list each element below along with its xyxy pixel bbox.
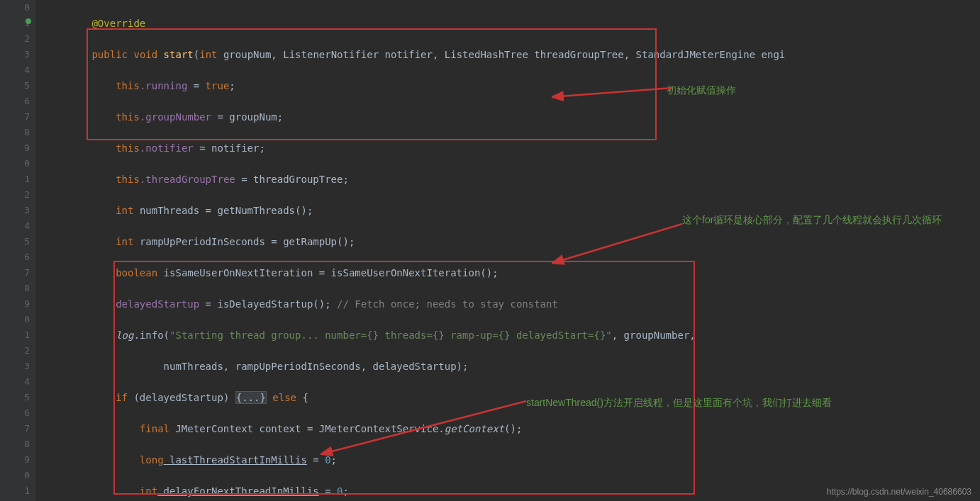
annotation: @Override <box>91 18 145 29</box>
line-number: 6 <box>0 405 30 421</box>
line-number: 5 <box>0 390 30 405</box>
code-line[interactable]: log.info("Starting thread group... numbe… <box>44 327 980 343</box>
line-number: 4 <box>0 218 30 234</box>
code-content[interactable]: @Override public void start(int groupNum… <box>35 0 980 501</box>
code-line[interactable]: delayedStartup = isDelayedStartup(); // … <box>44 296 980 312</box>
line-number: 1 <box>0 171 30 187</box>
line-number: 2 <box>0 343 30 359</box>
line-number: 7 <box>0 265 30 281</box>
code-line[interactable]: this.running = true; <box>44 78 980 94</box>
line-number: 9 <box>0 140 30 156</box>
line-number: 8 <box>0 125 30 140</box>
annotation-text-2: 这个for循环是核心部分，配置了几个线程就会执行几次循环 <box>682 213 980 227</box>
run-marker-icon[interactable] <box>26 18 31 24</box>
line-number: 7 <box>0 421 30 437</box>
code-line[interactable]: long lastThreadStartInMillis = 0; <box>44 452 980 468</box>
code-line[interactable]: @Override <box>44 16 980 31</box>
line-number: 9 <box>0 452 30 468</box>
line-number: 1 <box>0 483 30 499</box>
code-line[interactable]: this.threadGroupTree = threadGroupTree; <box>44 171 980 187</box>
code-line[interactable]: public void start(int groupNum, Listener… <box>44 47 980 62</box>
annotation-text-3: startNewThread()方法开启线程，但是这里面有个坑，我们打进去细看 <box>526 395 980 410</box>
line-number: 0 <box>0 468 30 483</box>
code-line[interactable]: final JMeterContext context = JMeterCont… <box>44 421 980 437</box>
code-line[interactable]: boolean isSameUserOnNextIteration = isSa… <box>44 265 980 281</box>
line-number: 8 <box>0 281 30 296</box>
code-line[interactable]: int rampUpPeriodInSeconds = getRampUp(); <box>44 234 980 249</box>
line-number: 3 <box>0 203 30 218</box>
code-line[interactable]: this.groupNumber = groupNum; <box>44 109 980 125</box>
line-number: 9 <box>0 296 30 312</box>
line-number: 2 <box>0 187 30 203</box>
line-number: 5 <box>0 78 30 94</box>
line-number: 4 <box>0 374 30 390</box>
line-number-gutter: 0 1 2 3 4 5 6 7 8 9 0 1 2 3 4 5 6 7 8 9 … <box>0 0 35 501</box>
line-number: 7 <box>0 109 30 125</box>
line-number: 2 <box>0 31 30 47</box>
line-number: 0 <box>0 0 30 16</box>
line-number: 0 <box>0 312 30 327</box>
code-line[interactable]: numThreads, rampUpPeriodInSeconds, delay… <box>44 359 980 374</box>
watermark: https://blog.csdn.net/weixin_40686603 <box>827 487 971 497</box>
annotation-text-1: 初始化赋值操作 <box>667 82 736 98</box>
line-number: 0 <box>0 156 30 171</box>
line-number: 3 <box>0 47 30 62</box>
line-number: 5 <box>0 234 30 249</box>
line-number: 8 <box>0 437 30 452</box>
line-number: 3 <box>0 359 30 374</box>
code-line[interactable]: this.notifier = notifier; <box>44 140 980 156</box>
code-editor[interactable]: 0 1 2 3 4 5 6 7 8 9 0 1 2 3 4 5 6 7 8 9 … <box>0 0 980 501</box>
code-fold[interactable]: {...} <box>235 391 267 404</box>
line-number: 6 <box>0 94 30 109</box>
line-number: 1 <box>0 16 30 31</box>
line-number: 1 <box>0 327 30 343</box>
line-number: 4 <box>0 62 30 78</box>
line-number: 6 <box>0 249 30 265</box>
